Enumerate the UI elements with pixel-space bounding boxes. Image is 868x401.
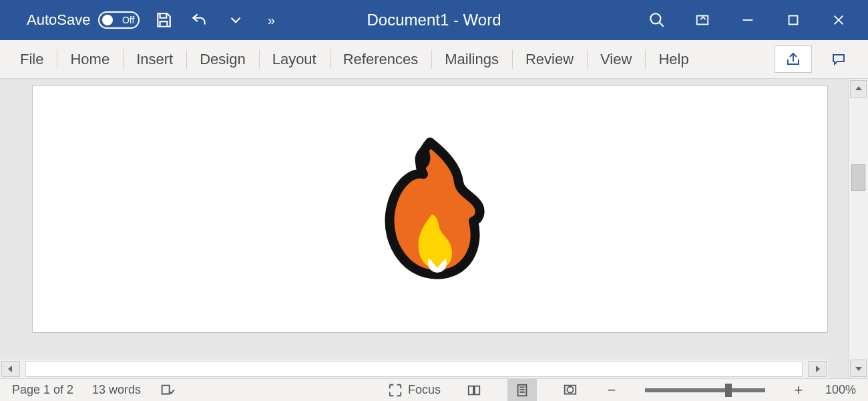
title-bar: AutoSave Off » Document1 - Word [0, 0, 868, 40]
zoom-slider-handle[interactable] [725, 384, 732, 397]
document-area [0, 79, 868, 378]
undo-button[interactable] [188, 8, 212, 32]
comments-button[interactable] [820, 45, 857, 73]
triangle-up-icon [855, 85, 863, 93]
vscroll-thumb[interactable] [851, 164, 865, 191]
undo-dropdown[interactable] [224, 8, 248, 32]
read-mode-icon [467, 383, 481, 398]
zoom-in-button[interactable]: + [791, 382, 807, 399]
comment-icon [831, 51, 847, 68]
print-layout-button[interactable] [507, 379, 537, 402]
tab-mailings[interactable]: Mailings [431, 40, 512, 78]
save-button[interactable] [152, 8, 176, 32]
quick-access-toolbar: AutoSave Off » [27, 8, 284, 32]
page-indicator[interactable]: Page 1 of 2 [12, 383, 73, 397]
minimize-button[interactable] [725, 7, 771, 33]
vscroll-track[interactable] [850, 100, 867, 357]
triangle-down-icon [855, 364, 863, 372]
save-icon [155, 11, 172, 29]
undo-icon [191, 11, 208, 29]
document-page[interactable] [32, 86, 828, 333]
vertical-scrollbar[interactable] [848, 79, 868, 378]
tab-view[interactable]: View [587, 40, 645, 78]
spellcheck-button[interactable] [160, 383, 174, 398]
read-mode-button[interactable] [459, 379, 489, 402]
zoom-out-button[interactable]: − [604, 382, 620, 399]
close-button[interactable] [816, 7, 861, 33]
focus-mode-button[interactable]: Focus [388, 383, 441, 398]
word-count[interactable]: 13 words [92, 383, 141, 397]
fire-icon [373, 134, 487, 288]
tab-file[interactable]: File [7, 40, 57, 78]
autosave-toggle-group[interactable]: AutoSave Off [27, 11, 140, 29]
tab-insert[interactable]: Insert [123, 40, 186, 78]
svg-point-0 [650, 13, 660, 23]
print-layout-icon [515, 383, 529, 398]
tab-design[interactable]: Design [186, 40, 258, 78]
hscroll-left-arrow[interactable] [1, 361, 20, 377]
spellcheck-icon [160, 383, 174, 398]
tab-layout[interactable]: Layout [259, 40, 330, 78]
ribbon-display-icon [695, 13, 710, 27]
tab-references[interactable]: References [330, 40, 432, 78]
vscroll-up-arrow[interactable] [850, 80, 867, 98]
tab-help[interactable]: Help [645, 40, 702, 78]
maximize-button[interactable] [771, 7, 816, 33]
focus-label: Focus [408, 383, 441, 397]
ribbon-tabs: File Home Insert Design Layout Reference… [0, 40, 868, 79]
chevron-down-icon [227, 11, 244, 29]
web-layout-icon [563, 383, 578, 398]
qat-more-button[interactable]: » [260, 8, 284, 32]
search-button[interactable] [634, 7, 680, 33]
close-icon [831, 13, 846, 27]
tab-home[interactable]: Home [57, 40, 123, 78]
triangle-right-icon [813, 365, 821, 373]
autosave-switch[interactable]: Off [98, 11, 140, 29]
window-controls [634, 7, 861, 33]
autosave-state: Off [122, 15, 134, 25]
web-layout-button[interactable] [556, 379, 585, 402]
horizontal-scrollbar[interactable] [0, 360, 828, 378]
fire-emoji [373, 134, 487, 291]
focus-icon [388, 383, 403, 398]
share-icon [785, 51, 801, 68]
autosave-label: AutoSave [27, 11, 90, 29]
tab-review[interactable]: Review [512, 40, 587, 78]
hscroll-track[interactable] [25, 361, 803, 377]
maximize-icon [786, 13, 801, 27]
page-viewport[interactable] [0, 79, 848, 378]
share-button[interactable] [775, 45, 812, 73]
zoom-level[interactable]: 100% [825, 383, 856, 397]
zoom-slider[interactable] [645, 388, 765, 392]
svg-point-5 [567, 386, 573, 392]
minimize-icon [740, 13, 755, 27]
window-title: Document1 - Word [367, 11, 501, 29]
svg-rect-2 [789, 16, 798, 25]
vscroll-down-arrow[interactable] [850, 360, 867, 377]
search-icon [648, 11, 666, 29]
ribbon-display-options-button[interactable] [680, 7, 725, 33]
hscroll-right-arrow[interactable] [808, 361, 827, 377]
triangle-left-icon [7, 365, 15, 373]
status-bar: Page 1 of 2 13 words Focus − + 100% [0, 378, 868, 401]
